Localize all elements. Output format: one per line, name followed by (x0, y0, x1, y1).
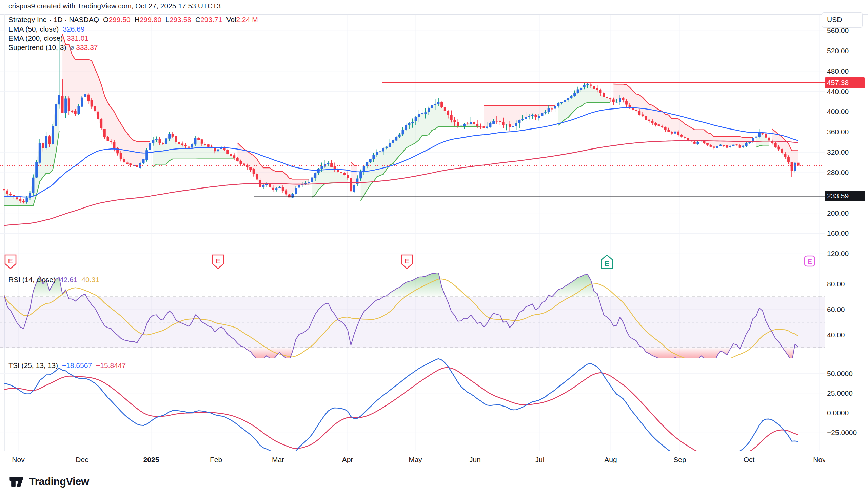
chart-canvas[interactable]: EEEEE (0, 0, 824, 471)
ohlc-key: H (135, 16, 140, 23)
ohlc-value: 299.80 (140, 16, 161, 23)
ohlc-value: 293.71 (200, 16, 222, 23)
price-axis-tick: 520.00 (827, 47, 849, 55)
time-axis-label: Jul (525, 456, 555, 464)
rsi-axis-tick: 40.00 (827, 331, 845, 339)
separator-rsi-tsi (0, 358, 868, 358)
ohlc-value: 2.24 M (236, 16, 258, 23)
time-axis-label: Oct (734, 456, 764, 464)
price-axis-tick: 320.00 (827, 148, 849, 156)
rsi-ma-value: 40.31 (81, 276, 99, 284)
ohlc-value: 293.58 (170, 16, 191, 23)
tsi-axis-tick: −25.0000 (827, 429, 857, 437)
tsi-signal-value: −15.8447 (96, 361, 126, 369)
tsi-axis-tick: 0.0000 (827, 409, 849, 417)
ema50-value: 326.69 (63, 25, 84, 33)
svg-text:E: E (8, 257, 13, 265)
symbol-name: Strategy Inc (8, 16, 47, 23)
price-axis-tick: 160.00 (827, 229, 849, 237)
price-axis-tick: 360.00 (827, 128, 849, 136)
separator-main-rsi (0, 273, 868, 273)
time-axis-label: Apr (332, 456, 363, 464)
ohlc-key: O (103, 16, 108, 23)
time-axis-label: Mar (263, 456, 293, 464)
time-axis[interactable]: NovDec2025FebMarAprMayJunJulAugSepOctNov (0, 451, 824, 471)
price-axis-tick: 480.00 (827, 67, 849, 75)
price-axis-tick: 200.00 (827, 209, 849, 217)
time-axis-label: Feb (201, 456, 231, 464)
tsi-axis-tick: 25.0000 (827, 389, 853, 397)
svg-text:E: E (605, 260, 609, 268)
rsi-axis-tick: 80.00 (827, 280, 845, 288)
time-axis-label: Sep (665, 456, 695, 464)
ema50-label: EMA (50, close) (8, 25, 59, 33)
supertrend-value: 333.37 (76, 44, 98, 51)
tsi-axis-tick: 50.0000 (827, 370, 853, 378)
tsi-value: −18.6567 (62, 361, 92, 369)
time-axis-label: Nov (804, 456, 824, 464)
tradingview-logo[interactable]: TradingView (9, 474, 89, 490)
tradingview-chart-screenshot: crispus9 created with TradingView.com, O… (0, 0, 868, 495)
rsi-axis-tick: 60.00 (827, 306, 845, 313)
legend-row-ema50[interactable]: EMA (50, close)326.69 (8, 25, 84, 33)
currency-label: USD (827, 16, 842, 24)
price-badge: 233.59 (824, 190, 865, 201)
svg-text:E: E (405, 257, 409, 265)
tsi-label: TSI (25, 13, 13) (8, 361, 58, 369)
price-axis-tick: 280.00 (827, 169, 849, 177)
rsi-label: RSI (14, close) (8, 276, 56, 284)
time-axis-label: May (400, 456, 431, 464)
time-axis-label: Dec (67, 456, 97, 464)
rsi-value: 42.61 (60, 276, 78, 284)
ohlc-key: Vol (226, 16, 236, 23)
price-axis[interactable]: USD 560.00520.00480.00440.00400.00360.00… (824, 14, 868, 471)
ohlc-values: O299.50H299.80L293.58C293.71Vol2.24 M (99, 16, 258, 23)
legend-row-ema200[interactable]: EMA (200, close)331.01 (8, 34, 88, 42)
ema200-label: EMA (200, close) (8, 34, 63, 42)
price-axis-tick: 440.00 (827, 87, 849, 96)
price-axis-tick: 560.00 (827, 27, 849, 35)
svg-text:E: E (216, 257, 220, 265)
legend-row-tsi[interactable]: TSI (25, 13, 13)−18.6567−15.8447 (8, 361, 126, 370)
tsi-pane (0, 359, 822, 461)
legend-row-rsi[interactable]: RSI (14, close)42.6140.31 (8, 276, 99, 284)
legend-row-symbol[interactable]: Strategy Inc· 1D · NASDAQO299.50H299.80L… (8, 16, 258, 24)
time-axis-label: Jun (460, 456, 490, 464)
legend-row-supertrend[interactable]: Supertrend (10, 3)ø333.37 (8, 44, 98, 52)
rsi-pane (0, 273, 824, 367)
price-axis-tick: 400.00 (827, 107, 849, 116)
currency-box[interactable]: USD (822, 12, 863, 28)
price-badge: 457.38 (824, 77, 865, 88)
price-axis-tick: 120.00 (827, 250, 849, 258)
tradingview-logo-icon (9, 474, 24, 490)
time-axis-label: Nov (3, 456, 34, 464)
supertrend-prefix: ø (69, 44, 74, 51)
ema200-value: 331.01 (67, 34, 88, 42)
svg-text:E: E (807, 257, 812, 265)
ohlc-value: 299.50 (108, 16, 130, 23)
ohlc-key: C (195, 16, 200, 23)
time-axis-label: 2025 (136, 456, 167, 464)
time-axis-label: Aug (595, 456, 626, 464)
ohlc-key: L (166, 16, 170, 23)
tradingview-logo-text: TradingView (29, 476, 89, 488)
symbol-meta: · 1D · NASDAQ (49, 16, 99, 23)
supertrend-label: Supertrend (10, 3) (8, 44, 66, 51)
